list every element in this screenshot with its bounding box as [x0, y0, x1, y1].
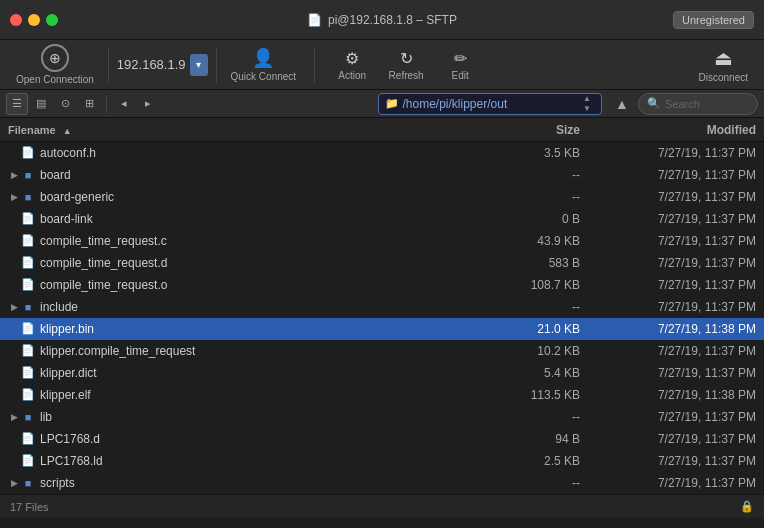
address-down-arrow[interactable]: ▼	[579, 104, 595, 114]
action-button[interactable]: ⚙ Action	[327, 45, 377, 85]
table-row[interactable]: 📄 compile_time_request.c 43.9 KB 7/27/19…	[0, 230, 764, 252]
file-icon: 📄	[20, 255, 36, 271]
toolbar-divider-3	[314, 47, 315, 83]
ip-address: 192.168.1.9	[117, 57, 186, 72]
search-box[interactable]: 🔍 Search	[638, 93, 758, 115]
folder-icon: ■	[20, 299, 36, 315]
file-size: 94 B	[496, 432, 596, 446]
table-row[interactable]: ▶ ■ lib -- 7/27/19, 11:37 PM	[0, 406, 764, 428]
file-size: 21.0 KB	[496, 322, 596, 336]
file-name: include	[40, 300, 496, 314]
view-thumb-button[interactable]: ⊞	[78, 93, 100, 115]
file-modified: 7/27/19, 11:37 PM	[596, 454, 756, 468]
search-icon: 🔍	[647, 97, 661, 110]
file-name: compile_time_request.d	[40, 256, 496, 270]
file-size: 583 B	[496, 256, 596, 270]
disconnect-icon: ⏏	[714, 46, 733, 70]
file-modified: 7/27/19, 11:37 PM	[596, 168, 756, 182]
file-size: --	[496, 300, 596, 314]
file-modified: 7/27/19, 11:37 PM	[596, 256, 756, 270]
expand-placeholder	[8, 233, 20, 249]
edit-icon: ✏	[454, 49, 467, 68]
file-name: LPC1768.d	[40, 432, 496, 446]
file-icon: 📄	[20, 343, 36, 359]
file-modified: 7/27/19, 11:37 PM	[596, 366, 756, 380]
nav-forward-button[interactable]: ▸	[137, 93, 159, 115]
table-row[interactable]: 📄 LPC1768.ld 2.5 KB 7/27/19, 11:37 PM	[0, 450, 764, 472]
table-row[interactable]: ▶ ■ include -- 7/27/19, 11:37 PM	[0, 296, 764, 318]
file-size: 2.5 KB	[496, 454, 596, 468]
file-size: 0 B	[496, 212, 596, 226]
sort-indicator: ▲	[63, 126, 72, 136]
file-modified: 7/27/19, 11:37 PM	[596, 344, 756, 358]
table-row[interactable]: 📄 compile_time_request.o 108.7 KB 7/27/1…	[0, 274, 764, 296]
quick-connect-icon: 👤	[252, 47, 274, 69]
file-icon: 📄	[20, 277, 36, 293]
path-text: /home/pi/klipper/out	[403, 97, 508, 111]
ip-dropdown-button[interactable]: ▾	[190, 54, 208, 76]
file-modified: 7/27/19, 11:38 PM	[596, 388, 756, 402]
main-content: Filename ▲ Size Modified 📄 autoconf.h 3.…	[0, 118, 764, 494]
address-bar[interactable]: 📁 /home/pi/klipper/out ▲ ▼	[378, 93, 603, 115]
file-modified: 7/27/19, 11:37 PM	[596, 432, 756, 446]
view-icon-button[interactable]: ▤	[30, 93, 52, 115]
file-modified: 7/27/19, 11:37 PM	[596, 190, 756, 204]
disconnect-button[interactable]: ⏏ Disconnect	[693, 42, 754, 87]
table-row[interactable]: 📄 klipper.dict 5.4 KB 7/27/19, 11:37 PM	[0, 362, 764, 384]
expand-arrow[interactable]: ▶	[8, 189, 20, 205]
search-placeholder: Search	[665, 98, 700, 110]
unregistered-button[interactable]: Unregistered	[673, 11, 754, 29]
action-group: ⚙ Action ↻ Refresh ✏ Edit	[327, 45, 485, 85]
file-size: 113.5 KB	[496, 388, 596, 402]
file-name: board-generic	[40, 190, 496, 204]
file-modified: 7/27/19, 11:37 PM	[596, 234, 756, 248]
table-row[interactable]: 📄 klipper.bin 21.0 KB 7/27/19, 11:38 PM	[0, 318, 764, 340]
file-name: lib	[40, 410, 496, 424]
table-row[interactable]: ▶ ■ board -- 7/27/19, 11:37 PM	[0, 164, 764, 186]
table-row[interactable]: 📄 board-link 0 B 7/27/19, 11:37 PM	[0, 208, 764, 230]
open-connection-icon: ⊕	[41, 44, 69, 72]
refresh-button[interactable]: ↻ Refresh	[381, 45, 431, 85]
folder-icon: ■	[20, 409, 36, 425]
lock-icon: 🔒	[740, 500, 754, 513]
file-modified: 7/27/19, 11:37 PM	[596, 410, 756, 424]
table-row[interactable]: 📄 LPC1768.d 94 B 7/27/19, 11:37 PM	[0, 428, 764, 450]
file-icon: 📄	[20, 211, 36, 227]
address-up-arrow[interactable]: ▲	[579, 94, 595, 104]
modified-header: Modified	[596, 123, 756, 137]
file-count: 17 Files	[10, 501, 49, 513]
file-name: klipper.dict	[40, 366, 496, 380]
edit-button[interactable]: ✏ Edit	[435, 45, 485, 85]
table-row[interactable]: ▶ ■ board-generic -- 7/27/19, 11:37 PM	[0, 186, 764, 208]
view-list-button[interactable]: ⊙	[54, 93, 76, 115]
minimize-button[interactable]	[28, 14, 40, 26]
table-row[interactable]: 📄 autoconf.h 3.5 KB 7/27/19, 11:37 PM	[0, 142, 764, 164]
close-button[interactable]	[10, 14, 22, 26]
expand-placeholder	[8, 255, 20, 271]
file-name: board-link	[40, 212, 496, 226]
expand-arrow[interactable]: ▶	[8, 167, 20, 183]
folder-icon: ■	[20, 167, 36, 183]
upload-button[interactable]: ▲	[608, 93, 636, 115]
table-row[interactable]: 📄 compile_time_request.d 583 B 7/27/19, …	[0, 252, 764, 274]
file-icon: 📄	[20, 387, 36, 403]
table-row[interactable]: 📄 klipper.elf 113.5 KB 7/27/19, 11:38 PM	[0, 384, 764, 406]
toolbar-divider-2	[216, 47, 217, 83]
nav-back-button[interactable]: ◂	[113, 93, 135, 115]
file-size: 43.9 KB	[496, 234, 596, 248]
table-row[interactable]: 📄 klipper.compile_time_request 10.2 KB 7…	[0, 340, 764, 362]
open-connection-button[interactable]: ⊕ Open Connection	[10, 40, 100, 89]
expand-placeholder	[8, 321, 20, 337]
view-details-button[interactable]: ☰	[6, 93, 28, 115]
toolbar-divider-1	[108, 47, 109, 83]
file-modified: 7/27/19, 11:38 PM	[596, 322, 756, 336]
expand-arrow[interactable]: ▶	[8, 475, 20, 491]
quick-connect-button[interactable]: 👤 Quick Connect	[225, 43, 303, 86]
file-icon: 📄	[20, 145, 36, 161]
maximize-button[interactable]	[46, 14, 58, 26]
expand-arrow[interactable]: ▶	[8, 299, 20, 315]
expand-arrow[interactable]: ▶	[8, 409, 20, 425]
file-modified: 7/27/19, 11:37 PM	[596, 278, 756, 292]
file-size: --	[496, 190, 596, 204]
table-row[interactable]: ▶ ■ scripts -- 7/27/19, 11:37 PM	[0, 472, 764, 494]
